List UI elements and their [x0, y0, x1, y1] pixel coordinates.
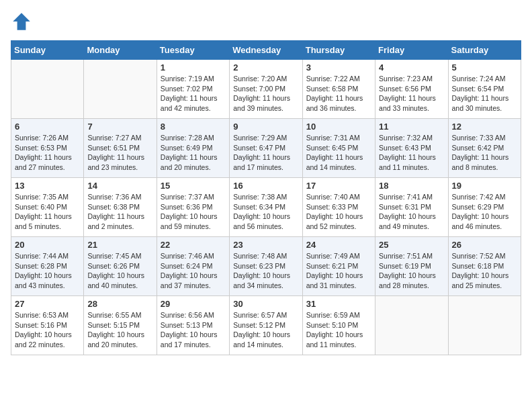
day-number: 14 [87, 181, 152, 191]
day-detail: Sunrise: 7:42 AMSunset: 6:29 PMDaylight:… [452, 192, 517, 232]
day-number: 15 [161, 181, 226, 191]
day-detail: Sunrise: 7:32 AMSunset: 6:43 PMDaylight:… [379, 133, 444, 173]
day-detail: Sunrise: 7:36 AMSunset: 6:38 PMDaylight:… [87, 192, 152, 232]
day-detail: Sunrise: 7:26 AMSunset: 6:53 PMDaylight:… [15, 133, 80, 173]
calendar-week-row: 6Sunrise: 7:26 AMSunset: 6:53 PMDaylight… [11, 119, 521, 178]
calendar-week-row: 20Sunrise: 7:44 AMSunset: 6:28 PMDayligh… [11, 237, 521, 296]
calendar-cell: 2Sunrise: 7:20 AMSunset: 7:00 PMDaylight… [230, 60, 302, 119]
day-detail: Sunrise: 6:55 AMSunset: 5:15 PMDaylight:… [87, 310, 152, 350]
day-number: 4 [379, 62, 444, 73]
day-number: 21 [87, 240, 152, 250]
day-number: 23 [233, 240, 298, 250]
calendar-cell: 8Sunrise: 7:28 AMSunset: 6:49 PMDaylight… [157, 119, 229, 178]
calendar-cell: 26Sunrise: 7:52 AMSunset: 6:18 PMDayligh… [448, 237, 521, 296]
col-header-monday: Monday [84, 41, 157, 60]
day-number: 13 [15, 181, 80, 191]
day-number: 31 [306, 299, 371, 309]
calendar-cell [84, 60, 157, 119]
calendar-cell: 19Sunrise: 7:42 AMSunset: 6:29 PMDayligh… [448, 178, 521, 237]
calendar-cell: 21Sunrise: 7:45 AMSunset: 6:26 PMDayligh… [84, 237, 157, 296]
day-number: 18 [379, 181, 444, 191]
day-detail: Sunrise: 7:31 AMSunset: 6:45 PMDaylight:… [306, 133, 371, 173]
day-number: 6 [15, 122, 80, 132]
calendar-cell: 17Sunrise: 7:40 AMSunset: 6:33 PMDayligh… [302, 178, 375, 237]
logo-icon [11, 11, 32, 32]
calendar-cell: 24Sunrise: 7:49 AMSunset: 6:21 PMDayligh… [302, 237, 375, 296]
col-header-saturday: Saturday [448, 41, 521, 60]
calendar-cell: 31Sunrise: 6:59 AMSunset: 5:10 PMDayligh… [302, 296, 375, 355]
col-header-sunday: Sunday [11, 41, 84, 60]
calendar-cell: 15Sunrise: 7:37 AMSunset: 6:36 PMDayligh… [157, 178, 229, 237]
calendar-cell: 11Sunrise: 7:32 AMSunset: 6:43 PMDayligh… [375, 119, 448, 178]
page-header [11, 11, 521, 32]
day-detail: Sunrise: 7:28 AMSunset: 6:49 PMDaylight:… [161, 133, 226, 173]
day-number: 24 [306, 240, 371, 250]
day-number: 9 [233, 122, 298, 132]
day-detail: Sunrise: 7:40 AMSunset: 6:33 PMDaylight:… [306, 192, 371, 232]
calendar-cell: 28Sunrise: 6:55 AMSunset: 5:15 PMDayligh… [84, 296, 157, 355]
day-number: 27 [15, 299, 80, 309]
calendar-cell [11, 60, 84, 119]
day-detail: Sunrise: 7:45 AMSunset: 6:26 PMDaylight:… [87, 251, 152, 291]
calendar-cell: 23Sunrise: 7:48 AMSunset: 6:23 PMDayligh… [230, 237, 302, 296]
day-detail: Sunrise: 7:37 AMSunset: 6:36 PMDaylight:… [161, 192, 226, 232]
day-number: 3 [306, 62, 371, 73]
day-detail: Sunrise: 7:41 AMSunset: 6:31 PMDaylight:… [379, 192, 444, 232]
svg-marker-0 [13, 13, 30, 30]
calendar-week-row: 1Sunrise: 7:19 AMSunset: 7:02 PMDaylight… [11, 60, 521, 119]
col-header-wednesday: Wednesday [230, 41, 302, 60]
day-detail: Sunrise: 7:27 AMSunset: 6:51 PMDaylight:… [87, 133, 152, 173]
calendar-cell: 27Sunrise: 6:53 AMSunset: 5:16 PMDayligh… [11, 296, 84, 355]
day-number: 1 [161, 62, 226, 73]
calendar-cell: 3Sunrise: 7:22 AMSunset: 6:58 PMDaylight… [302, 60, 375, 119]
calendar-cell: 18Sunrise: 7:41 AMSunset: 6:31 PMDayligh… [375, 178, 448, 237]
day-number: 28 [87, 299, 152, 309]
calendar-cell [375, 296, 448, 355]
day-detail: Sunrise: 7:35 AMSunset: 6:40 PMDaylight:… [15, 192, 80, 232]
day-detail: Sunrise: 7:44 AMSunset: 6:28 PMDaylight:… [15, 251, 80, 291]
day-number: 29 [161, 299, 226, 309]
calendar-cell: 1Sunrise: 7:19 AMSunset: 7:02 PMDaylight… [157, 60, 229, 119]
day-detail: Sunrise: 7:38 AMSunset: 6:34 PMDaylight:… [233, 192, 298, 232]
day-number: 30 [233, 299, 298, 309]
logo [11, 11, 35, 32]
day-number: 5 [452, 62, 517, 73]
day-detail: Sunrise: 7:29 AMSunset: 6:47 PMDaylight:… [233, 133, 298, 173]
calendar-cell: 30Sunrise: 6:57 AMSunset: 5:12 PMDayligh… [230, 296, 302, 355]
day-number: 8 [161, 122, 226, 132]
calendar-cell: 12Sunrise: 7:33 AMSunset: 6:42 PMDayligh… [448, 119, 521, 178]
day-detail: Sunrise: 7:24 AMSunset: 6:54 PMDaylight:… [452, 74, 517, 113]
calendar-header-row: SundayMondayTuesdayWednesdayThursdayFrid… [11, 41, 521, 60]
calendar-cell: 22Sunrise: 7:46 AMSunset: 6:24 PMDayligh… [157, 237, 229, 296]
day-detail: Sunrise: 7:19 AMSunset: 7:02 PMDaylight:… [161, 74, 226, 113]
day-number: 11 [379, 122, 444, 132]
day-detail: Sunrise: 7:52 AMSunset: 6:18 PMDaylight:… [452, 251, 517, 291]
calendar-cell: 16Sunrise: 7:38 AMSunset: 6:34 PMDayligh… [230, 178, 302, 237]
day-detail: Sunrise: 7:22 AMSunset: 6:58 PMDaylight:… [306, 74, 371, 113]
day-detail: Sunrise: 7:23 AMSunset: 6:56 PMDaylight:… [379, 74, 444, 113]
day-detail: Sunrise: 7:33 AMSunset: 6:42 PMDaylight:… [452, 133, 517, 173]
calendar-cell: 5Sunrise: 7:24 AMSunset: 6:54 PMDaylight… [448, 60, 521, 119]
day-detail: Sunrise: 7:51 AMSunset: 6:19 PMDaylight:… [379, 251, 444, 291]
day-number: 10 [306, 122, 371, 132]
day-number: 26 [452, 240, 517, 250]
calendar-cell: 6Sunrise: 7:26 AMSunset: 6:53 PMDaylight… [11, 119, 84, 178]
calendar-cell: 20Sunrise: 7:44 AMSunset: 6:28 PMDayligh… [11, 237, 84, 296]
calendar-cell [448, 296, 521, 355]
calendar-week-row: 13Sunrise: 7:35 AMSunset: 6:40 PMDayligh… [11, 178, 521, 237]
col-header-tuesday: Tuesday [157, 41, 229, 60]
calendar-cell: 9Sunrise: 7:29 AMSunset: 6:47 PMDaylight… [230, 119, 302, 178]
day-number: 16 [233, 181, 298, 191]
day-number: 20 [15, 240, 80, 250]
calendar-table: SundayMondayTuesdayWednesdayThursdayFrid… [11, 40, 521, 355]
day-number: 7 [87, 122, 152, 132]
col-header-friday: Friday [375, 41, 448, 60]
day-detail: Sunrise: 6:57 AMSunset: 5:12 PMDaylight:… [233, 310, 298, 350]
day-number: 12 [452, 122, 517, 132]
day-detail: Sunrise: 7:49 AMSunset: 6:21 PMDaylight:… [306, 251, 371, 291]
day-detail: Sunrise: 7:46 AMSunset: 6:24 PMDaylight:… [161, 251, 226, 291]
day-detail: Sunrise: 6:59 AMSunset: 5:10 PMDaylight:… [306, 310, 371, 350]
day-detail: Sunrise: 7:20 AMSunset: 7:00 PMDaylight:… [233, 74, 298, 113]
day-number: 2 [233, 62, 298, 73]
day-number: 22 [161, 240, 226, 250]
